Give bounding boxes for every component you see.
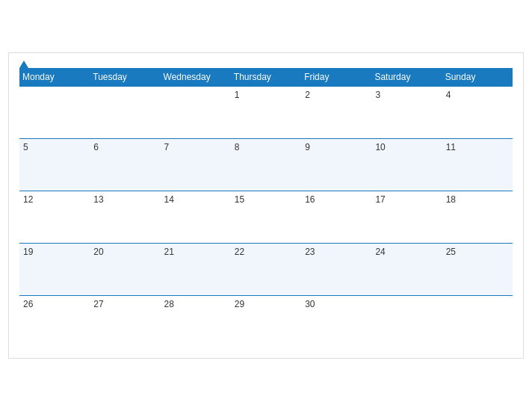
weekday-header-friday: Friday bbox=[301, 68, 371, 87]
day-number: 23 bbox=[305, 247, 315, 257]
day-number: 10 bbox=[375, 142, 385, 152]
calendar-cell: 22 bbox=[231, 243, 301, 295]
calendar-cell: 19 bbox=[19, 243, 90, 295]
day-number: 24 bbox=[375, 247, 385, 257]
day-number: 2 bbox=[305, 90, 310, 100]
weekday-header-tuesday: Tuesday bbox=[90, 68, 160, 87]
calendar-cell: 14 bbox=[161, 191, 231, 243]
day-number: 22 bbox=[235, 247, 244, 257]
logo bbox=[19, 61, 30, 68]
day-number: 30 bbox=[305, 299, 315, 309]
weekday-header-row: MondayTuesdayWednesdayThursdayFridaySatu… bbox=[19, 68, 513, 87]
day-number: 1 bbox=[235, 90, 240, 100]
calendar-cell: 6 bbox=[90, 138, 160, 191]
calendar-cell: 29 bbox=[231, 295, 301, 347]
logo-triangle-icon bbox=[19, 61, 28, 68]
calendar-cell: 11 bbox=[442, 138, 513, 191]
calendar-cell: 30 bbox=[301, 295, 371, 347]
calendar-cell: 25 bbox=[442, 243, 513, 295]
calendar-cell: 2 bbox=[301, 86, 371, 138]
day-number: 3 bbox=[375, 90, 380, 100]
day-number: 27 bbox=[93, 299, 103, 309]
day-number: 6 bbox=[93, 142, 99, 152]
weekday-header-sunday: Sunday bbox=[442, 68, 513, 87]
day-number: 16 bbox=[305, 194, 315, 205]
calendar-cell: 20 bbox=[90, 243, 160, 295]
day-number: 12 bbox=[23, 194, 33, 205]
calendar-cell: 3 bbox=[371, 86, 442, 138]
calendar-cell: 23 bbox=[301, 243, 371, 295]
week-row-2: 12131415161718 bbox=[19, 191, 513, 243]
logo-blue-text bbox=[19, 61, 30, 68]
weekday-header-wednesday: Wednesday bbox=[161, 68, 231, 87]
calendar-cell: 1 bbox=[231, 86, 301, 138]
calendar-cell: 27 bbox=[90, 295, 160, 347]
day-number: 13 bbox=[93, 194, 103, 205]
calendar-grid: MondayTuesdayWednesdayThursdayFridaySatu… bbox=[19, 68, 513, 348]
day-number: 21 bbox=[164, 247, 174, 257]
calendar-cell: 16 bbox=[301, 191, 371, 243]
calendar-cell bbox=[19, 86, 90, 138]
day-number: 14 bbox=[164, 194, 174, 205]
day-number: 26 bbox=[23, 299, 33, 309]
calendar-cell: 18 bbox=[442, 191, 513, 243]
weekday-header-monday: Monday bbox=[19, 68, 90, 87]
calendar-cell: 10 bbox=[371, 138, 442, 191]
calendar-cell: 7 bbox=[161, 138, 231, 191]
calendar-cell bbox=[371, 295, 442, 347]
calendar-cell: 15 bbox=[231, 191, 301, 243]
calendar-cell: 13 bbox=[90, 191, 160, 243]
calendar-cell: 26 bbox=[19, 295, 90, 347]
week-row-4: 2627282930 bbox=[19, 295, 513, 347]
day-number: 5 bbox=[23, 142, 28, 152]
calendar-cell: 12 bbox=[19, 191, 90, 243]
calendar-cell: 5 bbox=[19, 138, 90, 191]
calendar-cell: 4 bbox=[442, 86, 513, 138]
calendar-cell: 24 bbox=[371, 243, 442, 295]
calendar-cell: 28 bbox=[161, 295, 231, 347]
day-number: 9 bbox=[305, 142, 310, 152]
day-number: 28 bbox=[164, 299, 174, 309]
day-number: 18 bbox=[446, 194, 456, 205]
day-number: 11 bbox=[446, 142, 456, 152]
day-number: 15 bbox=[235, 194, 244, 205]
week-row-1: 567891011 bbox=[19, 138, 513, 191]
week-row-3: 19202122232425 bbox=[19, 243, 513, 295]
weekday-header-saturday: Saturday bbox=[371, 68, 442, 87]
week-row-0: 1234 bbox=[19, 86, 513, 138]
day-number: 20 bbox=[93, 247, 103, 257]
calendar-cell: 21 bbox=[161, 243, 231, 295]
calendar-container: MondayTuesdayWednesdayThursdayFridaySatu… bbox=[8, 52, 524, 359]
calendar-tbody: 1234567891011121314151617181920212223242… bbox=[19, 86, 513, 347]
calendar-cell: 8 bbox=[231, 138, 301, 191]
calendar-cell: 17 bbox=[371, 191, 442, 243]
day-number: 4 bbox=[446, 90, 451, 100]
day-number: 19 bbox=[23, 247, 33, 257]
day-number: 17 bbox=[375, 194, 385, 205]
weekday-header-thursday: Thursday bbox=[231, 68, 301, 87]
calendar-cell: 9 bbox=[301, 138, 371, 191]
calendar-cell bbox=[90, 86, 160, 138]
calendar-cell bbox=[442, 295, 513, 347]
day-number: 25 bbox=[446, 247, 456, 257]
day-number: 7 bbox=[164, 142, 170, 152]
calendar-thead: MondayTuesdayWednesdayThursdayFridaySatu… bbox=[19, 68, 513, 87]
calendar-cell bbox=[161, 86, 231, 138]
day-number: 8 bbox=[235, 142, 240, 152]
day-number: 29 bbox=[235, 299, 244, 309]
